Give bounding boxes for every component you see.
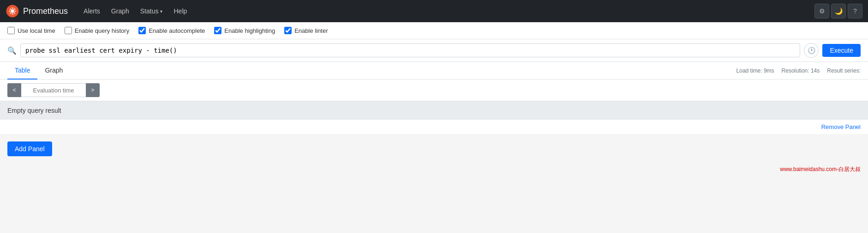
panel: Table Graph Load time: 9ms Resolution: 1…	[0, 62, 868, 134]
highlighting-label: Enable highlighting	[224, 27, 275, 34]
query-input[interactable]	[20, 43, 800, 57]
query-bar: 🔍 🕐 Execute	[0, 39, 868, 62]
linter-checkbox[interactable]	[284, 27, 292, 34]
option-use-local-time[interactable]: Use local time	[7, 27, 55, 34]
nav-help[interactable]: Help	[169, 5, 192, 18]
prometheus-logo	[6, 4, 19, 18]
navbar: Prometheus Alerts Graph Status ▾ Help ⚙ …	[0, 0, 868, 22]
highlighting-checkbox[interactable]	[214, 27, 221, 34]
autocomplete-label: Enable autocomplete	[149, 27, 205, 34]
tab-graph[interactable]: Graph	[37, 62, 70, 80]
add-panel-bar: Add Panel	[0, 134, 868, 164]
remove-panel-link[interactable]: Remove Panel	[821, 123, 861, 130]
option-linter[interactable]: Enable linter	[284, 27, 328, 34]
linter-label: Enable linter	[294, 27, 328, 34]
nav-status-caret: ▾	[160, 9, 162, 14]
panel-meta: Load time: 9ms Resolution: 14s Result se…	[736, 67, 861, 74]
options-bar: Use local time Enable query history Enab…	[0, 22, 868, 39]
watermark: www.baimeidashu.com-白居大叔	[0, 164, 868, 175]
execute-button[interactable]: Execute	[822, 44, 861, 57]
eval-time-input[interactable]	[21, 83, 86, 97]
nav-alerts[interactable]: Alerts	[79, 5, 105, 18]
use-local-time-checkbox[interactable]	[7, 27, 15, 34]
navbar-nav: Alerts Graph Status ▾ Help	[79, 5, 192, 18]
nav-status-label: Status	[140, 7, 159, 15]
table-panel: < > Empty query result	[0, 80, 868, 120]
settings-icon: ⚙	[819, 7, 825, 15]
option-highlighting[interactable]: Enable highlighting	[214, 27, 275, 34]
navbar-right: ⚙ 🌙 ?	[814, 4, 862, 18]
remove-panel-bar: Remove Panel	[0, 120, 868, 134]
nav-graph[interactable]: Graph	[107, 5, 134, 18]
brand-link[interactable]: Prometheus	[6, 4, 68, 18]
theme-icon: 🌙	[835, 7, 843, 15]
brand-text: Prometheus	[23, 6, 68, 16]
search-icon: 🔍	[7, 46, 17, 55]
eval-next-button[interactable]: >	[86, 83, 100, 97]
tab-table[interactable]: Table	[7, 62, 37, 80]
empty-result: Empty query result	[0, 101, 868, 120]
load-time: Load time: 9ms	[736, 67, 774, 74]
option-autocomplete[interactable]: Enable autocomplete	[138, 27, 205, 34]
panel-tabs: Table Graph	[7, 62, 70, 79]
use-local-time-label: Use local time	[18, 27, 55, 34]
settings-icon-btn[interactable]: ⚙	[814, 4, 829, 18]
add-panel-button[interactable]: Add Panel	[7, 141, 52, 156]
query-history-label: Enable query history	[75, 27, 130, 34]
nav-status-dropdown[interactable]: Status ▾	[136, 5, 168, 18]
panel-tabs-bar: Table Graph Load time: 9ms Resolution: 1…	[0, 62, 868, 80]
unknown-icon-btn[interactable]: ?	[848, 4, 862, 18]
theme-icon-btn[interactable]: 🌙	[831, 4, 846, 18]
unknown-icon: ?	[853, 7, 857, 15]
eval-time-bar: < >	[0, 80, 868, 101]
option-query-history[interactable]: Enable query history	[65, 27, 130, 34]
resolution: Resolution: 14s	[782, 67, 820, 74]
eval-prev-button[interactable]: <	[7, 83, 21, 97]
result-series: Result series:	[827, 67, 861, 74]
query-time-button[interactable]: 🕐	[804, 43, 819, 58]
query-history-checkbox[interactable]	[65, 27, 72, 34]
clock-icon: 🕐	[808, 47, 815, 54]
autocomplete-checkbox[interactable]	[138, 27, 146, 34]
